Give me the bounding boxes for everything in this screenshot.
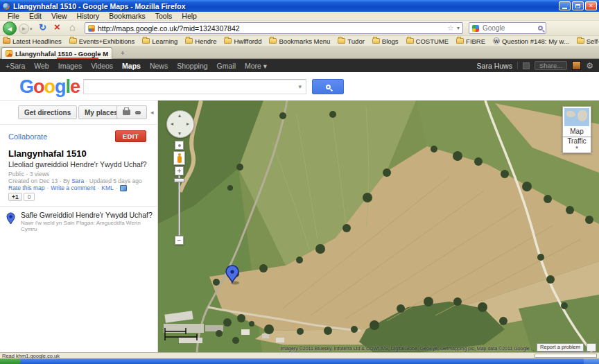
menu-tools[interactable]: Tools [150, 12, 177, 20]
window-titlebar: Llangynhafal 1510 - Google Maps - Mozill… [0, 0, 599, 12]
zoom-in-button[interactable]: + [175, 166, 184, 175]
street-view-pegman[interactable] [173, 151, 185, 165]
search-engine-icon[interactable] [472, 25, 479, 32]
maps-search-input[interactable] [88, 81, 298, 92]
folder-icon [456, 38, 464, 44]
folder-icon [69, 38, 77, 44]
menu-bookmarks[interactable]: Bookmarks [104, 12, 150, 20]
panel-tools [116, 105, 147, 119]
forward-button[interactable]: ► [19, 24, 29, 34]
minimize-button[interactable] [559, 1, 571, 10]
place-title[interactable]: Safle Gwreiddiol Hendre'r Ywydd Uchaf? [21, 211, 154, 219]
map-type-label[interactable]: Map [564, 126, 589, 135]
pan-up-icon[interactable]: ▴ [178, 113, 181, 119]
bookmark-bookmarks-menu[interactable]: Bookmarks Menu [269, 37, 330, 45]
collaborate-link[interactable]: Collaborate [8, 132, 47, 141]
menu-edit[interactable]: Edit [24, 12, 46, 20]
googlebar-item-maps[interactable]: Maps [122, 62, 141, 70]
bookmark-costume[interactable]: COSTUME [406, 37, 449, 45]
rate-map-link[interactable]: Rate this map [8, 184, 44, 191]
home-button[interactable]: ⌂ [69, 21, 75, 33]
collapse-panel-icon[interactable]: ◂ [150, 109, 154, 116]
folder-icon [372, 38, 380, 44]
bookmark-fibre[interactable]: FIBRE [456, 37, 485, 45]
pan-control[interactable]: ▴ ▾ ◂ ▸ [166, 110, 194, 138]
googlebar-item-shopping[interactable]: Shopping [177, 62, 207, 70]
folder-icon [338, 38, 345, 44]
aerial-imagery[interactable] [158, 101, 599, 352]
reload-button[interactable]: ↻ [39, 22, 46, 33]
maps-search-button[interactable] [312, 79, 344, 94]
avatar[interactable] [572, 61, 581, 70]
restore-button[interactable] [572, 1, 584, 10]
menu-help[interactable]: Help [177, 12, 202, 20]
bookmark-self-care[interactable]: Self-care at work [577, 37, 599, 45]
bookmark-question-148[interactable]: WQuestion #148: My w... [493, 37, 569, 45]
chevron-down-icon[interactable]: ▾ [298, 83, 302, 90]
zoom-out-button[interactable]: − [175, 236, 184, 245]
plus-one-button[interactable]: +1 [8, 193, 22, 201]
write-comment-link[interactable]: Write a comment [51, 184, 95, 191]
report-problem-button[interactable]: Report a problem [537, 343, 584, 352]
zoom-slider-handle[interactable] [174, 178, 184, 182]
browser-search-box[interactable] [469, 22, 546, 34]
traffic-button[interactable]: Traffic ▾ [562, 137, 591, 153]
bookmark-blogs[interactable]: Blogs [372, 37, 399, 45]
bookmark-learning[interactable]: Learning [142, 37, 177, 45]
bookmark-hwlffordd[interactable]: Hwlffordd [224, 37, 261, 45]
googlebar-item-images[interactable]: Images [58, 62, 82, 70]
close-button[interactable]: × [585, 1, 597, 10]
bookmark-latest-headlines[interactable]: Latest Headlines [3, 37, 62, 45]
panel-toolbar: Get directions My places ◂ [0, 101, 158, 125]
share-button[interactable]: Share... [535, 61, 567, 70]
googlebar-item-more[interactable]: More ▾ [245, 62, 267, 70]
bookmark-events-exhibitions[interactable]: Events+Exhibitions [69, 37, 135, 45]
googlebar-item-plus-sara[interactable]: +Sara [6, 62, 25, 70]
print-icon[interactable] [123, 110, 130, 115]
forward-history-caret-icon[interactable]: ▾ [30, 26, 33, 32]
pan-left-icon[interactable]: ◂ [171, 121, 173, 127]
start-button[interactable] [0, 358, 21, 364]
google-earth-icon[interactable] [120, 185, 127, 191]
url-bar[interactable]: ☆ ▾ [85, 22, 463, 34]
bookmark-tudor[interactable]: Tudor [338, 37, 364, 45]
notifications-icon[interactable] [523, 62, 530, 69]
reset-view-button[interactable] [175, 141, 184, 150]
link-icon[interactable] [135, 111, 141, 114]
bookmark-hendre[interactable]: Hendre [185, 37, 216, 45]
folder-icon [406, 38, 414, 44]
url-dropdown-icon[interactable]: ▾ [457, 25, 460, 31]
tab-bar: Llangynhafal 1510 - Google Maps + [0, 46, 599, 59]
menu-view[interactable]: View [46, 12, 72, 20]
kml-link[interactable]: KML [101, 184, 113, 191]
menu-file[interactable]: File [3, 12, 24, 20]
browser-search-input[interactable] [481, 24, 536, 33]
browser-window: Llangynhafal 1510 - Google Maps - Mozill… [0, 0, 599, 364]
search-icon[interactable] [538, 26, 543, 31]
googlebar-item-gmail[interactable]: Gmail [217, 62, 236, 70]
back-button[interactable]: ◄ [3, 21, 17, 35]
pan-right-icon[interactable]: ▸ [186, 121, 189, 127]
stop-button[interactable]: × [54, 21, 60, 33]
map-type-control[interactable]: Map [562, 106, 591, 137]
get-directions-button[interactable]: Get directions [18, 105, 77, 119]
googlebar-item-videos[interactable]: Videos [91, 62, 113, 70]
map-subtitle: Lleoliad gwreiddiol Hendre'r Ywydd Uchaf… [8, 160, 147, 168]
googlebar-item-news[interactable]: News [150, 62, 168, 70]
folder-icon [142, 38, 150, 44]
author-link[interactable]: Sara [71, 177, 84, 184]
zoom-slider-track[interactable] [178, 175, 180, 236]
user-name[interactable]: Sara Huws [477, 62, 512, 70]
map-viewport[interactable]: ▴ ▾ ◂ ▸ + − Map Traffic ▾ Imagery ©2011 … [158, 101, 599, 352]
bookmark-star-icon[interactable]: ☆ [447, 24, 454, 33]
maps-search-box[interactable]: ▾ [83, 79, 306, 94]
chevron-down-icon: ▾ [563, 146, 591, 150]
edit-button[interactable]: EDIT [115, 130, 146, 142]
googlebar-item-web[interactable]: Web [34, 62, 49, 70]
url-input[interactable] [98, 24, 444, 33]
menu-history[interactable]: History [72, 12, 105, 20]
gear-icon[interactable]: ⚙ [586, 62, 593, 70]
pan-down-icon[interactable]: ▾ [178, 131, 181, 137]
collaborate-row: Collaborate EDIT [0, 128, 158, 146]
new-tab-button[interactable]: + [116, 49, 129, 58]
